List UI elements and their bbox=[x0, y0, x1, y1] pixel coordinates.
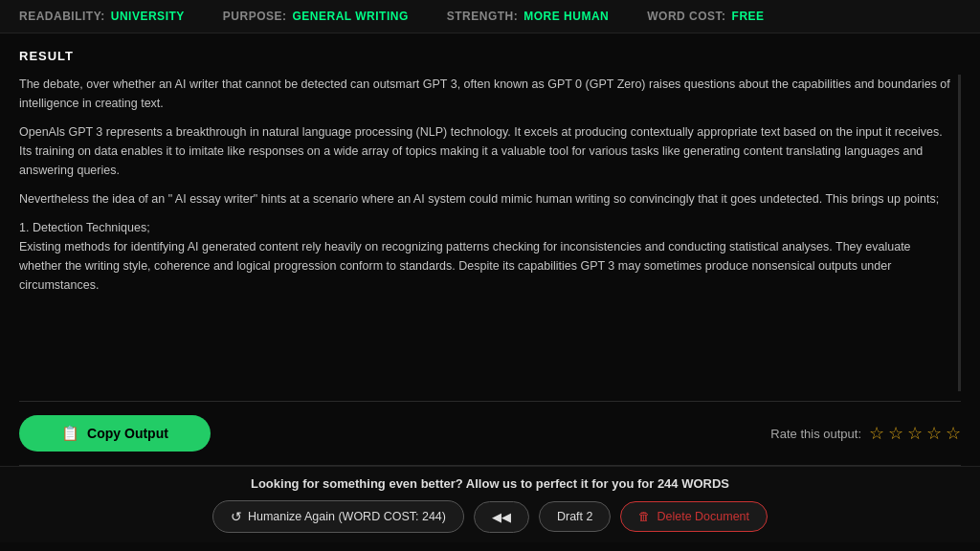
humanize-icon: ↺ bbox=[231, 509, 242, 524]
purpose-label: PURPOSE: bbox=[223, 10, 287, 23]
draft-label: Draft 2 bbox=[557, 510, 593, 523]
readability-value: UNIVERSITY bbox=[111, 10, 185, 23]
strength-value: MORE HUMAN bbox=[523, 10, 609, 23]
result-paragraph-1: The debate, over whether an AI writer th… bbox=[19, 75, 950, 113]
result-paragraph-3: Nevertheless the idea of an " AI essay w… bbox=[19, 189, 950, 209]
result-title: RESULT bbox=[19, 49, 961, 63]
rewind-label: ◀◀ bbox=[492, 510, 511, 524]
word-cost-label: WORD COST: bbox=[647, 10, 725, 23]
result-paragraph-4: 1. Detection Techniques;Existing methods… bbox=[19, 218, 950, 295]
copy-output-label: Copy Output bbox=[87, 426, 168, 441]
copy-icon: 📋 bbox=[61, 425, 79, 442]
strength-label: STRENGTH: bbox=[447, 10, 519, 23]
result-section: RESULT The debate, over whether an AI wr… bbox=[0, 33, 980, 401]
bottom-actions: ↺ Humanize Again (WORD COST: 244) ◀◀ Dra… bbox=[212, 500, 768, 533]
delete-document-button[interactable]: 🗑 Delete Document bbox=[620, 501, 768, 532]
main-content: RESULT The debate, over whether an AI wr… bbox=[0, 33, 980, 542]
readability-label: READABILITY: bbox=[19, 10, 105, 23]
result-paragraph-2: OpenAls GPT 3 represents a breakthrough … bbox=[19, 122, 950, 180]
star-4[interactable]: ☆ bbox=[926, 423, 942, 444]
word-cost-value: FREE bbox=[732, 10, 765, 23]
bottom-bar: Looking for something even better? Allow… bbox=[0, 466, 980, 542]
strength-item: STRENGTH: MORE HUMAN bbox=[447, 10, 610, 23]
rate-label: Rate this output: bbox=[770, 427, 861, 441]
star-1[interactable]: ☆ bbox=[869, 423, 884, 444]
bottom-prompt: Looking for something even better? Allow… bbox=[251, 476, 729, 491]
trash-icon: 🗑 bbox=[638, 510, 651, 523]
word-cost-item: WORD COST: FREE bbox=[647, 10, 764, 23]
star-5[interactable]: ☆ bbox=[946, 423, 961, 444]
draft-button[interactable]: Draft 2 bbox=[539, 501, 612, 532]
rewind-button[interactable]: ◀◀ bbox=[474, 501, 529, 533]
humanize-again-button[interactable]: ↺ Humanize Again (WORD COST: 244) bbox=[212, 500, 464, 533]
top-bar: READABILITY: UNIVERSITY PURPOSE: GENERAL… bbox=[0, 0, 980, 33]
purpose-value: GENERAL WRITING bbox=[292, 10, 408, 23]
rate-section: Rate this output: ☆ ☆ ☆ ☆ ☆ bbox=[770, 423, 961, 444]
delete-label: Delete Document bbox=[657, 510, 749, 523]
stars-container: ☆ ☆ ☆ ☆ ☆ bbox=[869, 423, 961, 444]
star-3[interactable]: ☆ bbox=[907, 423, 923, 444]
humanize-label: Humanize Again (WORD COST: 244) bbox=[248, 510, 446, 523]
readability-item: READABILITY: UNIVERSITY bbox=[19, 10, 185, 23]
copy-row: 📋 Copy Output Rate this output: ☆ ☆ ☆ ☆ … bbox=[0, 402, 980, 465]
star-2[interactable]: ☆ bbox=[888, 423, 903, 444]
purpose-item: PURPOSE: GENERAL WRITING bbox=[223, 10, 409, 23]
copy-output-button[interactable]: 📋 Copy Output bbox=[19, 415, 211, 452]
result-text: The debate, over whether an AI writer th… bbox=[19, 75, 961, 391]
